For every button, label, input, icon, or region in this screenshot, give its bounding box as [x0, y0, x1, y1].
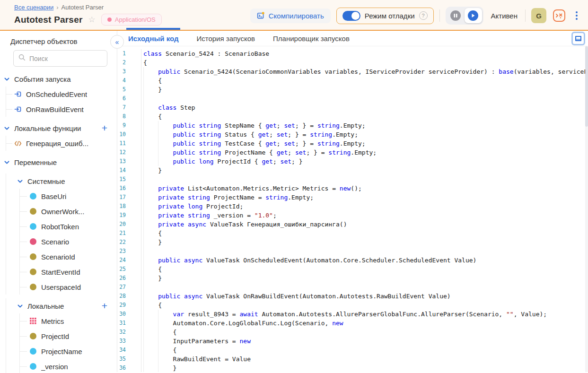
code-line[interactable]: 2{ [117, 58, 588, 67]
indent-guide [143, 346, 158, 355]
code-editor[interactable]: 1class Scenario_5424 : ScenarioBase2{3pu… [117, 46, 588, 372]
code-line[interactable]: 25{ [117, 265, 588, 274]
code-line[interactable]: 19private string _version = "1.0"; [117, 211, 588, 220]
pause-button[interactable] [447, 8, 465, 23]
help-icon[interactable]: ? [419, 11, 428, 20]
code-line[interactable]: 35RawBuildEvent = Value [117, 355, 588, 364]
more-menu-icon[interactable] [572, 9, 581, 22]
sidebar-collapse-button[interactable]: « [110, 35, 124, 49]
tree-item-OnScheduledEvent[interactable]: OnScheduledEvent [0, 87, 117, 102]
tree-item-_version[interactable]: _version [0, 359, 117, 373]
tree-item-BaseUri[interactable]: BaseUri [0, 189, 117, 204]
tree-section-3[interactable]: Локальные функции+ [0, 121, 117, 136]
avatar[interactable]: G [531, 8, 546, 23]
code-token: string [188, 194, 210, 201]
tree-item-Metrics[interactable]: Metrics [0, 313, 117, 329]
code-line[interactable]: 23 [117, 247, 588, 256]
chevron-down-icon[interactable] [4, 159, 10, 165]
tree-section-5[interactable]: Переменные [0, 155, 117, 170]
tree-item-ScenarioId[interactable]: ScenarioId [0, 249, 117, 264]
code-line[interactable]: 27 [117, 283, 588, 292]
tab-1[interactable]: История запусков [195, 32, 256, 45]
code-line[interactable]: 6 [117, 94, 588, 103]
chevron-down-icon[interactable] [4, 125, 10, 131]
chevron-down-icon[interactable] [17, 303, 23, 309]
tree-section-0[interactable]: События запуска [0, 71, 117, 87]
code-line[interactable]: 28public async ValueTask OnRawBuildEvent… [117, 292, 588, 301]
code-line[interactable]: 16private List<Automaton.Metrics.Metric>… [117, 184, 588, 193]
code-line[interactable]: 34{ [117, 346, 588, 355]
code-line[interactable]: 20private async ValueTask Генерация_ошиб… [117, 220, 588, 229]
tree-item-UserspaceId[interactable]: UserspaceId [0, 279, 117, 295]
tree-section-14[interactable]: Локальные+ [0, 298, 117, 313]
tab-0[interactable]: Исходный код [127, 32, 179, 45]
code-line[interactable]: 7class Step [117, 103, 588, 112]
code-line[interactable]: 18private long ProjectId; [117, 202, 588, 211]
code-line[interactable]: 21{ [117, 229, 588, 238]
tree-item--_-[interactable]: Генерация_ошиб... [0, 136, 117, 151]
code-line[interactable]: 13public long ProjectId { get; set; } [117, 157, 588, 166]
code-line[interactable]: 3public Scenario_5424(ScenarioCommonVari… [117, 67, 588, 76]
code-line[interactable]: 1class Scenario_5424 : ScenarioBase [117, 49, 588, 58]
code-line[interactable]: 29{ [117, 301, 588, 310]
editor-scrollbar[interactable] [585, 46, 588, 372]
indent-guide [143, 319, 158, 328]
workflow-icon[interactable] [552, 9, 566, 23]
tree-section-6[interactable]: Системные [0, 173, 117, 189]
code-line[interactable]: 15 [117, 175, 588, 184]
code-line[interactable]: 10public string Status { get; set; } = s… [117, 130, 588, 139]
tree-item-Scenario[interactable]: Scenario [0, 234, 117, 249]
line-number: 3 [117, 67, 141, 76]
add-button[interactable]: + [102, 301, 107, 311]
code-line[interactable]: 8{ [117, 112, 588, 121]
code-token: Automaton.Autotests.AllureParserGlobalFu… [258, 311, 506, 318]
code-token: { [158, 302, 162, 309]
debug-mode-toggle[interactable] [342, 11, 360, 21]
tree-item-OnRawBuildEvent[interactable]: OnRawBuildEvent [0, 102, 117, 117]
tree-item-StartEventId[interactable]: StartEventId [0, 264, 117, 279]
chevron-down-icon[interactable] [17, 178, 23, 184]
code-line[interactable]: 11public string TestCase { get; set; } =… [117, 139, 588, 148]
code-token: private [158, 203, 184, 210]
favorite-star-icon[interactable]: ☆ [88, 15, 96, 25]
search-input[interactable] [29, 55, 91, 62]
search-box[interactable] [13, 50, 107, 67]
line-number: 28 [117, 292, 141, 301]
code-line[interactable]: 36} [117, 364, 588, 372]
chevron-down-icon[interactable] [4, 76, 10, 82]
play-button[interactable] [465, 8, 482, 23]
code-line[interactable]: 33InputParameters = new [117, 337, 588, 346]
variable-circle-icon [29, 363, 37, 370]
code-line[interactable]: 26} [117, 274, 588, 283]
indent-guide [143, 112, 158, 121]
indent-guide [143, 103, 158, 112]
code-line[interactable]: 30var result_8943 = await Automaton.Auto… [117, 310, 588, 319]
code-token: ; } = [288, 131, 310, 138]
tree-item-OwnerWork-[interactable]: OwnerWork... [0, 204, 117, 219]
tab-2[interactable]: Планировщик запусков [272, 32, 351, 45]
code-line[interactable]: 32{ [117, 328, 588, 337]
code-line[interactable]: 14} [117, 166, 588, 175]
code-token: { [173, 347, 177, 354]
code-line[interactable]: 24public async ValueTask OnScheduledEven… [117, 256, 588, 265]
variable-circle-icon [29, 332, 37, 340]
code-token: string [199, 149, 221, 156]
code-token: public [173, 131, 195, 138]
code-line[interactable]: 4{ [117, 76, 588, 85]
code-line[interactable]: 22} [117, 238, 588, 247]
compile-button[interactable]: Скомпилировать [250, 9, 331, 23]
code-line[interactable]: 31Automaton.Core.LogGlobalFunc.Log(Scena… [117, 319, 588, 328]
tree-item-ProjectName[interactable]: ProjectName [0, 344, 117, 359]
tree-item-RobotToken[interactable]: RobotToken [0, 219, 117, 234]
code-token: string [199, 122, 221, 129]
breadcrumb-root-link[interactable]: Все сценарии [14, 4, 53, 11]
code-line[interactable]: 17private string ProjectName = string.Em… [117, 193, 588, 202]
code-line[interactable]: 9public string StepName { get; set; } = … [117, 121, 588, 130]
panel-toggle-button[interactable] [571, 32, 585, 45]
tree-item-ProjectId[interactable]: ProjectId [0, 329, 117, 344]
code-line[interactable]: 12public string ProjectName { get; set; … [117, 148, 588, 157]
code-line[interactable]: 5} [117, 85, 588, 94]
code-token: get [265, 122, 276, 129]
code-token: } [158, 86, 162, 93]
add-button[interactable]: + [102, 123, 107, 133]
